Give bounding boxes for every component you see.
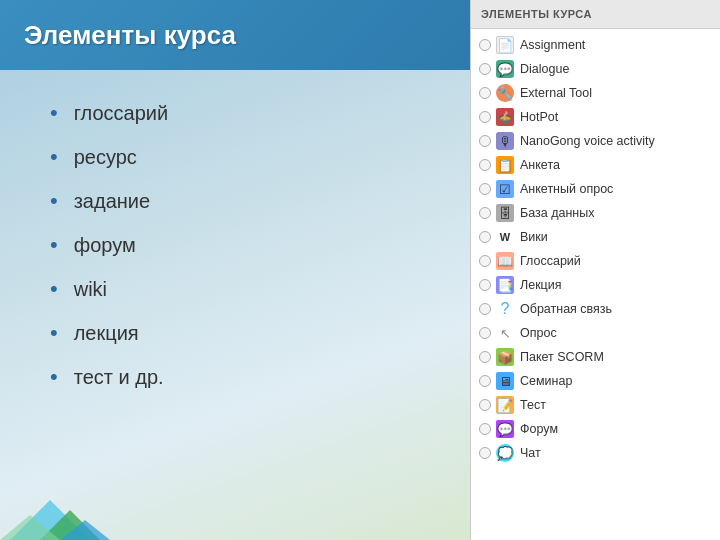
opros-icon: ↖ (496, 324, 514, 342)
item-label: Анкета (520, 158, 560, 172)
list-item[interactable]: WВики (471, 225, 720, 249)
item-label: External Tool (520, 86, 592, 100)
content-area: глоссарийресурсзаданиефорумwikiлекциятес… (0, 70, 470, 480)
item-radio[interactable] (479, 207, 491, 219)
glossary-icon: 📖 (496, 252, 514, 270)
list-item[interactable]: 💬Dialogue (471, 57, 720, 81)
bullet-item: глоссарий (50, 100, 440, 126)
bullet-text: wiki (74, 278, 107, 301)
bullet-text: тест и др. (74, 366, 164, 389)
item-label: Чат (520, 446, 541, 460)
item-label: HotPot (520, 110, 558, 124)
list-item[interactable]: 🍲HotPot (471, 105, 720, 129)
hotpot-icon: 🍲 (496, 108, 514, 126)
item-label: Опрос (520, 326, 557, 340)
list-item[interactable]: 💭Чат (471, 441, 720, 465)
chat-icon: 💭 (496, 444, 514, 462)
bottom-decoration (0, 480, 470, 540)
forum-icon: 💬 (496, 420, 514, 438)
item-radio[interactable] (479, 39, 491, 51)
bullet-text: ресурс (74, 146, 137, 169)
item-label: NanoGong voice activity (520, 134, 655, 148)
dialogue-icon: 💬 (496, 60, 514, 78)
anketa-icon: 📋 (496, 156, 514, 174)
bullet-item: форум (50, 232, 440, 258)
wiki-icon: W (496, 228, 514, 246)
item-label: Пакет SCORM (520, 350, 604, 364)
nanogong-icon: 🎙 (496, 132, 514, 150)
item-label: Assignment (520, 38, 585, 52)
bullet-list: глоссарийресурсзаданиефорумwikiлекциятес… (50, 100, 440, 390)
bullet-text: глоссарий (74, 102, 168, 125)
item-radio[interactable] (479, 159, 491, 171)
test-icon: 📝 (496, 396, 514, 414)
item-radio[interactable] (479, 423, 491, 435)
bullet-item: wiki (50, 276, 440, 302)
right-panel: ЭЛЕМЕНТЫ КУРСА 📄Assignment💬Dialogue🔧Exte… (470, 0, 720, 540)
feedback-icon: ? (496, 300, 514, 318)
list-item[interactable]: ?Обратная связь (471, 297, 720, 321)
item-label: Вики (520, 230, 548, 244)
bullet-item: задание (50, 188, 440, 214)
right-panel-header: ЭЛЕМЕНТЫ КУРСА (471, 0, 720, 29)
item-label: Форум (520, 422, 558, 436)
list-item[interactable]: 💬Форум (471, 417, 720, 441)
seminar-icon: 🖥 (496, 372, 514, 390)
bullet-item: лекция (50, 320, 440, 346)
items-list[interactable]: 📄Assignment💬Dialogue🔧External Tool🍲HotPo… (471, 29, 720, 540)
list-item[interactable]: 📝Тест (471, 393, 720, 417)
bullet-item: ресурс (50, 144, 440, 170)
item-radio[interactable] (479, 375, 491, 387)
list-item[interactable]: 🖥Семинар (471, 369, 720, 393)
anketopros-icon: ☑ (496, 180, 514, 198)
item-radio[interactable] (479, 447, 491, 459)
item-radio[interactable] (479, 255, 491, 267)
list-item[interactable]: 📋Анкета (471, 153, 720, 177)
lecture-icon: 📑 (496, 276, 514, 294)
list-item[interactable]: ☑Анкетный опрос (471, 177, 720, 201)
item-radio[interactable] (479, 327, 491, 339)
item-radio[interactable] (479, 351, 491, 363)
list-item[interactable]: 🗄База данных (471, 201, 720, 225)
page-title: Элементы курса (24, 20, 236, 51)
list-item[interactable]: 📦Пакет SCORM (471, 345, 720, 369)
baza-icon: 🗄 (496, 204, 514, 222)
item-label: Семинар (520, 374, 572, 388)
list-item[interactable]: 📄Assignment (471, 33, 720, 57)
list-item[interactable]: 📑Лекция (471, 273, 720, 297)
item-label: Обратная связь (520, 302, 612, 316)
list-item[interactable]: 🔧External Tool (471, 81, 720, 105)
list-item[interactable]: 📖Глоссарий (471, 249, 720, 273)
item-radio[interactable] (479, 399, 491, 411)
bullet-text: форум (74, 234, 136, 257)
item-label: Тест (520, 398, 546, 412)
list-item[interactable]: 🎙NanoGong voice activity (471, 129, 720, 153)
item-radio[interactable] (479, 303, 491, 315)
item-radio[interactable] (479, 279, 491, 291)
bullet-text: задание (74, 190, 150, 213)
item-radio[interactable] (479, 111, 491, 123)
item-radio[interactable] (479, 231, 491, 243)
item-label: Лекция (520, 278, 562, 292)
gems-decoration (0, 480, 200, 540)
external-icon: 🔧 (496, 84, 514, 102)
bullet-item: тест и др. (50, 364, 440, 390)
item-radio[interactable] (479, 183, 491, 195)
item-radio[interactable] (479, 63, 491, 75)
bullet-text: лекция (74, 322, 139, 345)
list-item[interactable]: ↖Опрос (471, 321, 720, 345)
item-label: Глоссарий (520, 254, 581, 268)
header-bar: Элементы курса (0, 0, 470, 70)
item-label: База данных (520, 206, 594, 220)
item-label: Dialogue (520, 62, 569, 76)
assignment-icon: 📄 (496, 36, 514, 54)
scorm-icon: 📦 (496, 348, 514, 366)
item-radio[interactable] (479, 135, 491, 147)
item-radio[interactable] (479, 87, 491, 99)
left-panel: Элементы курса глоссарийресурсзаданиефор… (0, 0, 470, 540)
item-label: Анкетный опрос (520, 182, 613, 196)
